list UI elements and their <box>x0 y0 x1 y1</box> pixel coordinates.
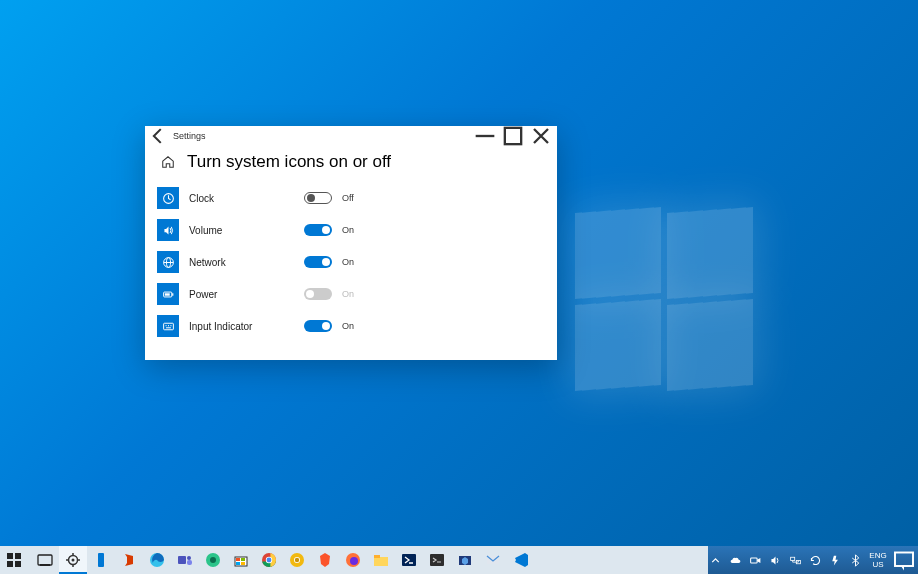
toggle-input-indicator[interactable] <box>304 320 332 332</box>
taskbar-app-office[interactable] <box>115 546 143 574</box>
toggle-volume[interactable] <box>304 224 332 236</box>
settings-window: Settings Turn system icons on or off Clo… <box>145 126 557 360</box>
svg-rect-35 <box>241 558 245 561</box>
svg-rect-37 <box>241 562 245 565</box>
svg-rect-34 <box>236 558 240 561</box>
taskbar-app-virtualbox[interactable] <box>451 546 479 574</box>
taskbar-app-store[interactable] <box>227 546 255 574</box>
system-tray: ENG US <box>706 546 918 574</box>
svg-rect-58 <box>895 553 913 567</box>
svg-rect-16 <box>7 561 13 567</box>
row-volume: Volume On <box>157 214 557 246</box>
taskbar-app-chrome[interactable] <box>255 546 283 574</box>
window-title: Settings <box>169 131 206 141</box>
toggle-clock[interactable] <box>304 192 332 204</box>
svg-rect-56 <box>790 557 794 560</box>
network-icon <box>157 251 179 273</box>
task-view-button[interactable] <box>31 546 59 574</box>
tray-network-icon[interactable] <box>786 546 804 574</box>
tray-volume-icon[interactable] <box>766 546 784 574</box>
tray-language[interactable]: ENG US <box>866 551 890 569</box>
row-label: Volume <box>189 225 304 236</box>
svg-rect-49 <box>374 555 380 558</box>
row-label: Power <box>189 289 304 300</box>
taskbar-app-edge-dev[interactable] <box>199 546 227 574</box>
back-button[interactable] <box>147 126 169 146</box>
tray-bluetooth-icon[interactable] <box>846 546 864 574</box>
svg-rect-9 <box>163 323 173 330</box>
volume-icon <box>157 219 179 241</box>
svg-rect-26 <box>98 553 104 567</box>
tray-chevron-icon[interactable] <box>706 546 724 574</box>
start-button[interactable] <box>0 546 28 574</box>
taskbar-app-teams[interactable] <box>171 546 199 574</box>
svg-point-12 <box>170 325 171 326</box>
row-input-indicator: Input Indicator On <box>157 310 557 342</box>
power-icon <box>157 283 179 305</box>
svg-rect-36 <box>236 562 240 565</box>
svg-rect-14 <box>7 553 13 559</box>
svg-point-45 <box>295 558 299 562</box>
svg-point-32 <box>210 557 216 563</box>
toggle-state: On <box>342 225 354 235</box>
close-button[interactable] <box>527 126 555 146</box>
row-label: Input Indicator <box>189 321 304 332</box>
svg-point-42 <box>267 558 272 563</box>
taskbar-app-explorer[interactable] <box>367 546 395 574</box>
page-header: Turn system icons on or off <box>145 146 557 182</box>
tray-notifications-icon[interactable] <box>892 546 916 574</box>
svg-point-10 <box>165 325 166 326</box>
svg-rect-7 <box>172 293 173 295</box>
minimize-button[interactable] <box>471 126 499 146</box>
maximize-button[interactable] <box>499 126 527 146</box>
clock-icon <box>157 187 179 209</box>
svg-rect-55 <box>750 558 757 563</box>
row-label: Clock <box>189 193 304 204</box>
row-label: Network <box>189 257 304 268</box>
tray-power-icon[interactable] <box>826 546 844 574</box>
svg-rect-13 <box>166 327 171 328</box>
windows-logo-wallpaper <box>575 210 755 390</box>
svg-rect-19 <box>40 564 50 566</box>
taskbar: ENG US <box>0 546 918 574</box>
toggle-state: On <box>342 321 354 331</box>
tray-onedrive-icon[interactable] <box>726 546 744 574</box>
system-icons-list: Clock Off Volume On Network On Power <box>145 182 557 342</box>
home-icon[interactable] <box>161 155 175 169</box>
svg-point-29 <box>187 556 191 560</box>
taskbar-app-brave[interactable] <box>311 546 339 574</box>
toggle-state: On <box>342 257 354 267</box>
svg-rect-1 <box>505 128 521 144</box>
svg-point-21 <box>72 559 75 562</box>
svg-rect-30 <box>187 560 192 565</box>
input-indicator-icon <box>157 315 179 337</box>
svg-point-11 <box>167 325 168 326</box>
taskbar-app-mail[interactable] <box>479 546 507 574</box>
taskbar-app-edge[interactable] <box>143 546 171 574</box>
row-clock: Clock Off <box>157 182 557 214</box>
svg-rect-28 <box>178 556 186 564</box>
taskbar-app-powershell[interactable] <box>395 546 423 574</box>
svg-rect-48 <box>374 557 388 566</box>
toggle-network[interactable] <box>304 256 332 268</box>
taskbar-app-yourphone[interactable] <box>87 546 115 574</box>
taskbar-app-terminal[interactable] <box>423 546 451 574</box>
taskbar-app-chrome-canary[interactable] <box>283 546 311 574</box>
taskbar-app-vscode[interactable] <box>507 546 535 574</box>
taskbar-app-firefox[interactable] <box>339 546 367 574</box>
svg-rect-17 <box>15 561 21 567</box>
taskbar-app-settings[interactable] <box>59 546 87 574</box>
page-title: Turn system icons on or off <box>187 152 391 172</box>
toggle-power <box>304 288 332 300</box>
svg-rect-15 <box>15 553 21 559</box>
titlebar: Settings <box>145 126 557 146</box>
row-power: Power On <box>157 278 557 310</box>
svg-rect-18 <box>38 555 52 565</box>
toggle-state: On <box>342 289 354 299</box>
svg-point-47 <box>350 557 358 565</box>
svg-rect-8 <box>164 293 169 295</box>
row-network: Network On <box>157 246 557 278</box>
toggle-state: Off <box>342 193 354 203</box>
tray-update-icon[interactable] <box>806 546 824 574</box>
tray-meet-now-icon[interactable] <box>746 546 764 574</box>
